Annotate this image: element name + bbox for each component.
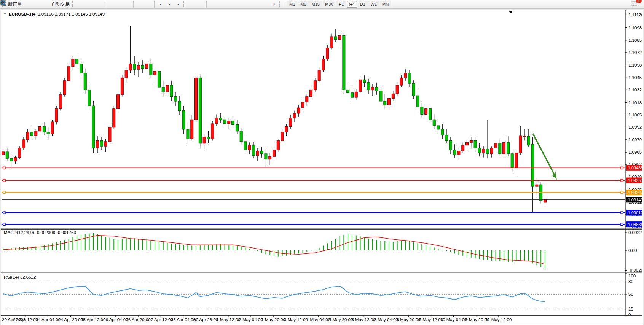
svg-text:27 Apr 12:00: 27 Apr 12:00 bbox=[148, 317, 173, 322]
horizontal-line-tool-button[interactable] bbox=[217, 0, 226, 8]
pane-frames bbox=[1, 10, 642, 316]
svg-text:1.09355: 1.09355 bbox=[628, 178, 642, 183]
toolbar-grip[interactable] bbox=[279, 1, 282, 7]
auto-scroll-button[interactable] bbox=[135, 0, 144, 8]
timeframe-button-M15[interactable]: M15 bbox=[309, 1, 322, 8]
svg-text:1.09488: 1.09488 bbox=[628, 166, 642, 170]
templates-button[interactable]: ▾ bbox=[174, 0, 182, 8]
pivot-line[interactable] bbox=[2, 191, 625, 194]
templates-dropdown-caret[interactable]: ▾ bbox=[177, 3, 179, 6]
support-line-2[interactable] bbox=[2, 223, 625, 226]
timeframe-button-M5[interactable]: M5 bbox=[298, 1, 308, 8]
svg-text:1.11120: 1.11120 bbox=[628, 13, 642, 17]
svg-text:5 May 12:00: 5 May 12:00 bbox=[351, 317, 375, 322]
svg-text:1.10985: 1.10985 bbox=[628, 25, 642, 30]
svg-text:28 Apr 04:00: 28 Apr 04:00 bbox=[171, 317, 196, 322]
toolbar-grip[interactable] bbox=[183, 1, 186, 7]
svg-text:1.10585: 1.10585 bbox=[628, 63, 642, 67]
periods-button[interactable]: ▾ bbox=[165, 0, 174, 8]
equidistant-channel-tool-button[interactable]: E bbox=[234, 0, 243, 8]
rsi-line bbox=[3, 286, 545, 302]
svg-text:50: 50 bbox=[628, 292, 633, 296]
timeframe-button-MN[interactable]: MN bbox=[380, 1, 391, 8]
svg-text:26 Apr 20:00: 26 Apr 20:00 bbox=[126, 317, 150, 322]
candlestick-series bbox=[2, 26, 547, 213]
svg-text:1.09790: 1.09790 bbox=[628, 137, 642, 142]
search-button[interactable] bbox=[622, 0, 631, 8]
timeframe-button-H1[interactable]: H1 bbox=[336, 1, 346, 8]
chart-title-bar: ▼ EURUSD-,H4 1.09166 1.09171 1.09145 1.0… bbox=[3, 12, 105, 16]
main-toolbar: 新订单 自动交易 bbox=[0, 0, 644, 9]
svg-text:1.10055: 1.10055 bbox=[628, 113, 642, 117]
svg-text:100: 100 bbox=[628, 274, 636, 278]
autotrading-label: 自动交易 bbox=[51, 1, 70, 8]
timeframe-button-H4[interactable]: H4 bbox=[347, 1, 357, 8]
svg-text:24 Apr 04:00: 24 Apr 04:00 bbox=[36, 317, 61, 322]
arrows-dropdown-caret[interactable]: ▾ bbox=[273, 3, 275, 6]
svg-text:0: 0 bbox=[628, 312, 631, 317]
arrows-tool-button[interactable]: ▾ bbox=[269, 0, 278, 8]
timeframe-button-M30[interactable]: M30 bbox=[323, 1, 335, 8]
bar-chart-type-button[interactable] bbox=[76, 0, 84, 8]
search-icon bbox=[0, 0, 6, 6]
chart-menu-icon[interactable]: ▼ bbox=[3, 13, 6, 16]
rsi-pane: RSI(14) 32.66221008050150 bbox=[3, 274, 636, 317]
candlestick-chart-type-button[interactable] bbox=[84, 0, 93, 8]
vertical-line-tool-button[interactable] bbox=[208, 0, 217, 8]
svg-text:2 May 20:00: 2 May 20:00 bbox=[261, 317, 285, 322]
indicators-button[interactable]: ▾ bbox=[156, 0, 165, 8]
text-label-tool-button[interactable]: T bbox=[261, 0, 269, 8]
chart-shift-button[interactable] bbox=[144, 0, 153, 8]
line-chart-type-button[interactable] bbox=[93, 0, 102, 8]
current-price-tag: 1.09149 bbox=[626, 197, 642, 202]
svg-text:4 May 20:00: 4 May 20:00 bbox=[329, 317, 353, 322]
price-axis: 1.111201.109851.108501.107201.105851.104… bbox=[625, 13, 642, 229]
autotrading-button[interactable]: 自动交易 bbox=[49, 0, 71, 8]
svg-text:1.10185: 1.10185 bbox=[628, 100, 642, 105]
macd-signal-line bbox=[3, 236, 545, 264]
price-tag-1.08886: 1.08886 bbox=[626, 221, 642, 227]
svg-text:4 May 04:00: 4 May 04:00 bbox=[306, 317, 330, 322]
toolbar-separator bbox=[206, 1, 207, 8]
toolbar-grip[interactable] bbox=[72, 1, 75, 7]
macd-label: MACD(12,26,9) -0.002306 -0.001763 bbox=[4, 230, 76, 235]
timeframe-button-M1[interactable]: M1 bbox=[287, 1, 297, 8]
svg-text:9 May 12:00: 9 May 12:00 bbox=[419, 317, 443, 322]
timeframe-button-W1[interactable]: W1 bbox=[368, 1, 379, 8]
svg-text:1.10320: 1.10320 bbox=[628, 88, 642, 92]
text-tool-button[interactable]: A bbox=[252, 0, 261, 8]
toolbar-separator bbox=[285, 1, 285, 8]
trendline-tool-button[interactable] bbox=[226, 0, 234, 8]
zoom-out-button[interactable] bbox=[114, 0, 123, 8]
svg-text:3 May 12:00: 3 May 12:00 bbox=[284, 317, 308, 322]
svg-text:30 Apr 23:00: 30 Apr 23:00 bbox=[193, 317, 218, 322]
svg-text:1.08886: 1.08886 bbox=[628, 222, 642, 227]
market-depth-button[interactable] bbox=[23, 0, 32, 8]
terminal-button[interactable] bbox=[32, 0, 40, 8]
new-order-button[interactable]: 新订单 bbox=[6, 0, 23, 8]
cursor-tool-button[interactable] bbox=[187, 0, 196, 8]
svg-text:21 Apr 12:00: 21 Apr 12:00 bbox=[13, 317, 38, 322]
svg-text:11 May 12:00: 11 May 12:00 bbox=[486, 317, 512, 322]
crosshair-tool-button[interactable] bbox=[196, 0, 205, 8]
timeframe-button-D1[interactable]: D1 bbox=[358, 1, 368, 8]
svg-text:8 May 04:00: 8 May 04:00 bbox=[374, 317, 398, 322]
indicators-dropdown-caret[interactable]: ▾ bbox=[160, 3, 161, 6]
timeframe-group: M1M5M15M30H1H4D1W1MN bbox=[287, 1, 391, 8]
chart-window[interactable]: ▼ EURUSD-,H4 1.09166 1.09171 1.09145 1.0… bbox=[1, 10, 643, 325]
svg-text:25 Apr 12:00: 25 Apr 12:00 bbox=[81, 317, 105, 322]
svg-text:1.10720: 1.10720 bbox=[628, 50, 642, 55]
periods-dropdown-caret[interactable]: ▾ bbox=[169, 3, 170, 6]
fibonacci-tool-button[interactable]: F bbox=[243, 0, 252, 8]
macd-pane: MACD(12,26,9) -0.002306 -0.0017630.00226… bbox=[3, 230, 642, 272]
tile-windows-button[interactable] bbox=[123, 0, 132, 8]
svg-text:15: 15 bbox=[628, 307, 633, 311]
zoom-in-button[interactable] bbox=[105, 0, 114, 8]
support-line-1[interactable] bbox=[2, 212, 625, 214]
chat-button-wrap: 1 bbox=[631, 0, 639, 8]
notification-badge[interactable]: 1 bbox=[636, 0, 642, 3]
chart-canvas[interactable]: 1.111201.109851.108501.107201.105851.104… bbox=[1, 10, 642, 324]
signal-button[interactable] bbox=[40, 0, 49, 8]
rsi-label: RSI(14) 32.6622 bbox=[4, 275, 36, 279]
trend-arrow-annotation[interactable] bbox=[533, 134, 557, 180]
